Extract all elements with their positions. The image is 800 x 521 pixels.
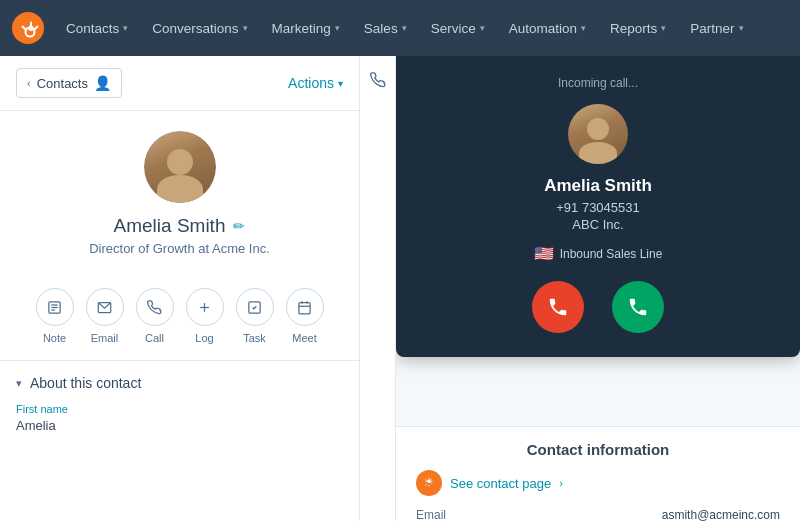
log-icon bbox=[186, 288, 224, 326]
first-name-label: First name bbox=[16, 403, 343, 415]
left-panel-header: ‹ Contacts 👤 Actions ▾ bbox=[0, 56, 359, 111]
chevron-down-icon: ▾ bbox=[402, 23, 407, 33]
email-icon bbox=[86, 288, 124, 326]
right-area: red b... er IT c... es. floors d lead _R… bbox=[396, 56, 800, 521]
hubspot-sprocket-icon bbox=[416, 470, 442, 496]
avatar bbox=[144, 131, 216, 203]
phone-icon[interactable] bbox=[370, 72, 386, 92]
contact-name-row: Amelia Smith ✏ bbox=[114, 215, 246, 237]
task-action[interactable]: Task bbox=[236, 288, 274, 344]
incoming-call-modal: Incoming call... Amelia Smith +91 730455… bbox=[396, 56, 800, 357]
main-layout: ‹ Contacts 👤 Actions ▾ Amelia Smith ✏ Di… bbox=[0, 56, 800, 521]
nav-partner[interactable]: Partner ▾ bbox=[680, 15, 753, 42]
meet-action[interactable]: Meet bbox=[286, 288, 324, 344]
chevron-down-icon: ▾ bbox=[581, 23, 586, 33]
chevron-down-icon: ▾ bbox=[243, 23, 248, 33]
log-action[interactable]: Log bbox=[186, 288, 224, 344]
nav-marketing[interactable]: Marketing ▾ bbox=[262, 15, 350, 42]
left-panel: ‹ Contacts 👤 Actions ▾ Amelia Smith ✏ Di… bbox=[0, 56, 360, 521]
chevron-down-icon: ▾ bbox=[480, 23, 485, 33]
call-action[interactable]: Call bbox=[136, 288, 174, 344]
edit-icon[interactable]: ✏ bbox=[233, 218, 245, 234]
contact-title: Director of Growth at Acme Inc. bbox=[89, 241, 270, 256]
chevron-down-icon: ▾ bbox=[123, 23, 128, 33]
nav-sales[interactable]: Sales ▾ bbox=[354, 15, 417, 42]
decline-call-button[interactable] bbox=[532, 281, 584, 333]
caller-phone: +91 73045531 bbox=[556, 200, 640, 215]
email-value: asmith@acmeinc.com bbox=[662, 508, 780, 521]
email-label: Email bbox=[416, 508, 446, 521]
task-icon bbox=[236, 288, 274, 326]
accept-call-button[interactable] bbox=[612, 281, 664, 333]
caller-name: Amelia Smith bbox=[544, 176, 652, 196]
chevron-down-icon: ▾ bbox=[16, 377, 22, 390]
phone-sidebar bbox=[360, 56, 396, 521]
sales-line-row: 🇺🇸 Inbound Sales Line bbox=[534, 244, 663, 263]
chevron-down-icon: ▾ bbox=[338, 78, 343, 89]
contact-info-panel: Contact information See contact page › E… bbox=[396, 426, 800, 521]
contact-info-title: Contact information bbox=[416, 441, 780, 458]
see-contact-row[interactable]: See contact page › bbox=[416, 470, 780, 496]
note-action[interactable]: Note bbox=[36, 288, 74, 344]
nav-reports[interactable]: Reports ▾ bbox=[600, 15, 676, 42]
contacts-back-button[interactable]: ‹ Contacts 👤 bbox=[16, 68, 122, 98]
about-header[interactable]: ▾ About this contact bbox=[16, 375, 343, 391]
caller-company: ABC Inc. bbox=[572, 217, 623, 232]
email-info-row: Email asmith@acmeinc.com bbox=[416, 508, 780, 521]
call-action-buttons bbox=[532, 281, 664, 333]
about-section: ▾ About this contact First name Amelia bbox=[0, 361, 359, 447]
hubspot-logo[interactable] bbox=[12, 12, 44, 44]
svg-rect-12 bbox=[299, 302, 310, 313]
sales-line-label: Inbound Sales Line bbox=[560, 247, 663, 261]
chevron-down-icon: ▾ bbox=[335, 23, 340, 33]
nav-contacts[interactable]: Contacts ▾ bbox=[56, 15, 138, 42]
nav-automation[interactable]: Automation ▾ bbox=[499, 15, 596, 42]
flag-icon: 🇺🇸 bbox=[534, 244, 554, 263]
chevron-down-icon: ▾ bbox=[661, 23, 666, 33]
nav-conversations[interactable]: Conversations ▾ bbox=[142, 15, 257, 42]
see-contact-label: See contact page bbox=[450, 476, 551, 491]
field-group-firstname: First name Amelia bbox=[16, 391, 343, 433]
incoming-call-label: Incoming call... bbox=[558, 76, 638, 90]
contact-profile: Amelia Smith ✏ Director of Growth at Acm… bbox=[0, 111, 359, 288]
contact-actions-row: Note Email Call Log bbox=[0, 288, 359, 360]
arrow-right-icon: › bbox=[559, 477, 563, 489]
note-icon bbox=[36, 288, 74, 326]
caller-avatar bbox=[568, 104, 628, 164]
call-icon bbox=[136, 288, 174, 326]
first-name-value: Amelia bbox=[16, 418, 343, 433]
email-action[interactable]: Email bbox=[86, 288, 124, 344]
contact-name: Amelia Smith bbox=[114, 215, 226, 237]
chevron-left-icon: ‹ bbox=[27, 77, 31, 89]
meet-icon bbox=[286, 288, 324, 326]
nav-bar: Contacts ▾ Conversations ▾ Marketing ▾ S… bbox=[0, 0, 800, 56]
nav-service[interactable]: Service ▾ bbox=[421, 15, 495, 42]
user-icon: 👤 bbox=[94, 75, 111, 91]
chevron-down-icon: ▾ bbox=[739, 23, 744, 33]
actions-button[interactable]: Actions ▾ bbox=[288, 75, 343, 91]
